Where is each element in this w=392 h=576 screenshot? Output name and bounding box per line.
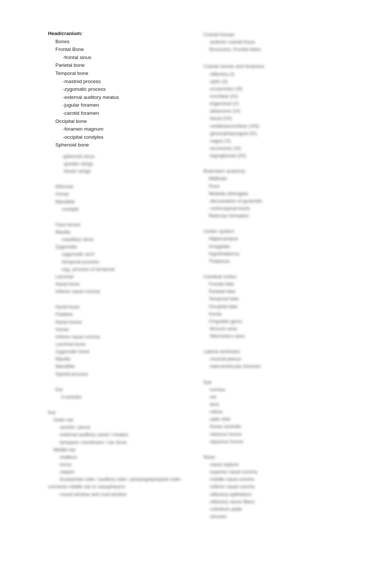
outline-item: -zygomatic process xyxy=(48,85,189,93)
outline-item: Occipital bone xyxy=(48,117,189,125)
outline-item: -frontal sinus xyxy=(48,54,189,62)
blurred-content: Nose: -nasal septum -superior nasal conc… xyxy=(203,453,377,520)
left-column: Head/cranium: Bones Frontal Bone -fronta… xyxy=(0,30,196,522)
outline-item: Frontal Bone xyxy=(48,45,189,54)
outline-item: Sphenoid bone xyxy=(48,141,189,149)
blurred-content: Face bones Maxilla -maxillary sinus Zygo… xyxy=(48,221,189,295)
outline-item: -carotid foramen xyxy=(48,109,189,117)
blurred-content: Brainstem anatomy: Midbrain Pons Medulla… xyxy=(203,168,377,220)
blurred-content: Ear 3 ossicles xyxy=(48,386,189,401)
blurred-content: Eye -cornea -iris -lens -retina -optic d… xyxy=(203,379,377,445)
blurred-content: Hyoid bone Palatine Nasal bones Vomer In… xyxy=(48,303,189,377)
outline-item: -mastoid process xyxy=(48,77,189,86)
outline-item: Temporal bone xyxy=(48,69,189,77)
blurred-content: Ethmoid Vomer Mandible -condyle xyxy=(48,183,189,213)
outline-heading: Head/cranium: xyxy=(48,30,189,38)
right-column: Cranial fossae: -anterior cranial fossa … xyxy=(196,30,392,522)
blurred-content: sphenoid sinus -greater wings -lesser wi… xyxy=(48,153,189,175)
outline-item: -foramen magnum xyxy=(48,125,189,133)
blurred-content: Ear: Outer ear -auricle / pinna -externa… xyxy=(48,409,189,498)
outline-item: Parietal bone xyxy=(48,61,189,69)
blurred-content: Cranial fossae: -anterior cranial fossa … xyxy=(203,31,377,53)
blurred-content: Cerebral cortex: Frontal lobe Parietal l… xyxy=(203,273,377,340)
outline-section: Head/cranium: Bones Frontal Bone -fronta… xyxy=(48,30,189,149)
blurred-content: Lateral ventricles: -choroid plexus -int… xyxy=(203,348,377,370)
blurred-content: Limbic system: Hippocampus Amygdala Hypo… xyxy=(203,228,377,265)
outline-item: -occipital condyles xyxy=(48,133,189,141)
outline-item: Bones xyxy=(48,38,189,46)
blurred-content: Cranial nerves and foramina: -olfactory … xyxy=(203,63,377,159)
outline-item: -jugular foramen xyxy=(48,101,189,109)
outline-item: -external auditory meatus xyxy=(48,93,189,101)
